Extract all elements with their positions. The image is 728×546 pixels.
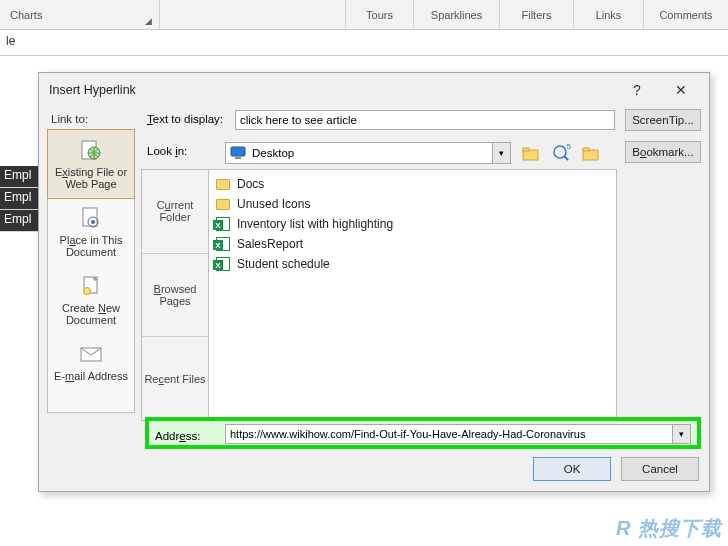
browse-web-button[interactable]: 5 — [549, 141, 573, 165]
address-value: https://www.wikihow.com/Find-Out-if-You-… — [230, 428, 585, 440]
look-in-value: Desktop — [252, 147, 294, 159]
help-button[interactable]: ? — [617, 77, 657, 103]
up-one-level-button[interactable] — [519, 141, 543, 165]
watermark: R 热搜下载 — [616, 515, 722, 542]
document-target-icon — [77, 206, 105, 230]
ribbon-group-sparklines[interactable]: Sparklines — [414, 0, 500, 29]
link-to-label: Link to: — [51, 113, 88, 125]
formula-bar-text: le — [6, 34, 15, 48]
bookmark-button[interactable]: Bookmark... — [625, 141, 701, 163]
list-item[interactable]: Unused Icons — [215, 194, 610, 214]
list-item[interactable]: SalesReport — [215, 234, 610, 254]
excel-icon — [215, 256, 231, 272]
titlebar[interactable]: Insert Hyperlink ? ✕ — [39, 73, 709, 107]
svg-line-13 — [564, 156, 568, 160]
svg-rect-9 — [235, 157, 241, 159]
dialog-buttons: OK Cancel — [533, 457, 699, 481]
svg-point-6 — [84, 288, 91, 295]
text-to-display-label: Text to display: — [147, 113, 223, 125]
ribbon-group-charts[interactable]: Charts ◢ — [0, 0, 160, 29]
dialog-launcher-icon[interactable]: ◢ — [145, 16, 155, 26]
insert-hyperlink-dialog: Insert Hyperlink ? ✕ Link to: Existing F… — [38, 72, 710, 492]
list-item[interactable]: Docs — [215, 174, 610, 194]
new-document-icon — [77, 274, 105, 298]
text-to-display-input[interactable] — [235, 110, 615, 130]
tab-browsed-pages[interactable]: BrowsedPages — [142, 254, 208, 338]
linkto-label: Web Page — [51, 178, 131, 190]
ribbon-group-comments[interactable]: Comments — [644, 0, 728, 29]
linkto-label: Document — [51, 246, 131, 258]
row-cell[interactable]: Empl — [0, 166, 40, 188]
folder-icon — [215, 196, 231, 212]
ribbon-group-tours[interactable]: Tours — [346, 0, 414, 29]
row-cell[interactable]: Empl — [0, 210, 40, 232]
close-button[interactable]: ✕ — [661, 77, 701, 103]
address-label: Address: — [155, 430, 200, 442]
globe-page-icon — [77, 138, 105, 162]
ribbon-group-links[interactable]: Links — [574, 0, 644, 29]
cancel-button[interactable]: Cancel — [621, 457, 699, 481]
linkto-email[interactable]: E-mail Address — [48, 334, 134, 390]
ribbon-group-filters[interactable]: Filters — [500, 0, 574, 29]
ribbon: Charts ◢ Tours Sparklines Filters Links … — [0, 0, 728, 30]
tab-recent-files[interactable]: Recent Files — [142, 337, 208, 420]
linkto-place-in-doc[interactable]: Place in This Document — [48, 198, 134, 266]
excel-icon — [215, 216, 231, 232]
svg-rect-8 — [231, 147, 245, 156]
ok-button[interactable]: OK — [533, 457, 611, 481]
folder-icon — [215, 176, 231, 192]
look-in-combo[interactable]: Desktop ▾ — [225, 142, 511, 164]
browse-tabs: CurrentFolder BrowsedPages Recent Files — [141, 169, 209, 421]
tab-current-folder[interactable]: CurrentFolder — [142, 170, 208, 254]
browse-file-button[interactable] — [579, 141, 603, 165]
address-input[interactable]: https://www.wikihow.com/Find-Out-if-You-… — [225, 424, 691, 444]
dialog-title: Insert Hyperlink — [49, 83, 136, 97]
formula-bar[interactable]: le — [0, 30, 728, 56]
ribbon-spacer — [160, 0, 346, 29]
desktop-icon — [230, 146, 246, 160]
svg-point-4 — [91, 220, 95, 224]
screentip-button[interactable]: ScreenTip... — [625, 109, 701, 131]
files-list[interactable]: Docs Unused Icons Inventory list with hi… — [209, 169, 617, 421]
file-browser: CurrentFolder BrowsedPages Recent Files … — [141, 169, 617, 421]
list-item[interactable]: Inventory list with highlighting — [215, 214, 610, 234]
chevron-down-icon[interactable]: ▾ — [672, 425, 690, 443]
link-to-pane: Existing File or Web Page Place in This … — [47, 129, 135, 413]
linkto-create-new[interactable]: Create New Document — [48, 266, 134, 334]
look-in-label: Look in: — [147, 145, 187, 157]
ribbon-group-label: Charts — [10, 9, 42, 21]
svg-rect-15 — [583, 148, 589, 151]
linkto-label: Document — [51, 314, 131, 326]
chevron-down-icon[interactable]: ▾ — [492, 143, 510, 163]
envelope-icon — [77, 342, 105, 366]
excel-icon — [215, 236, 231, 252]
list-item[interactable]: Student schedule — [215, 254, 610, 274]
row-cell[interactable]: Empl — [0, 188, 40, 210]
linkto-existing-file[interactable]: Existing File or Web Page — [47, 129, 135, 199]
svg-rect-11 — [523, 148, 529, 151]
